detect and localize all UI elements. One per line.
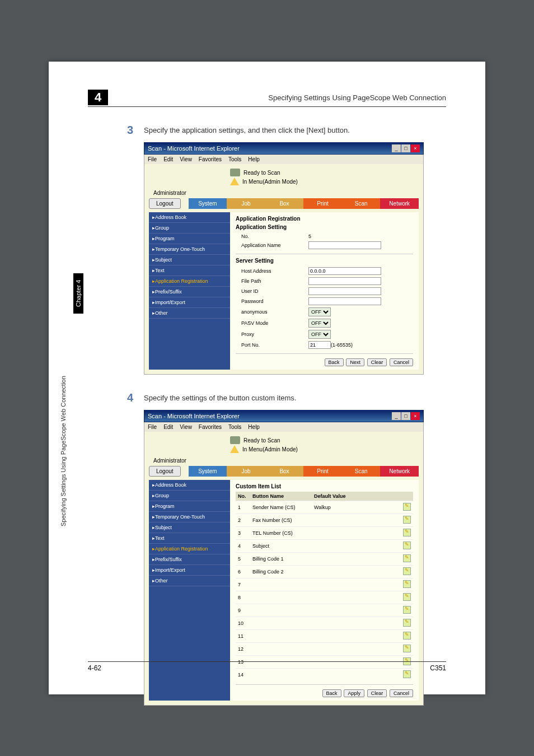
minimize-icon[interactable]: _: [392, 412, 401, 420]
sidebar-item-other[interactable]: ▸Other: [149, 576, 230, 586]
edit-icon[interactable]: [403, 516, 411, 524]
tab-job[interactable]: Job: [227, 466, 265, 477]
sidebar-item-subject[interactable]: ▸Subject: [149, 522, 230, 533]
tab-network[interactable]: Network: [380, 466, 419, 477]
sidebar-item-address-book[interactable]: ▸Address Book: [149, 212, 230, 223]
port-no-input[interactable]: [308, 341, 331, 349]
minimize-icon[interactable]: _: [392, 144, 401, 152]
file-path-input[interactable]: [308, 277, 381, 285]
edit-icon[interactable]: [403, 619, 411, 627]
menu-favorites[interactable]: Favorites: [199, 424, 222, 430]
sidebar-item-temporary-onetouch[interactable]: ▸Temporary One-Touch: [149, 244, 230, 255]
sidebar-item-text[interactable]: ▸Text: [149, 265, 230, 276]
window-title-text: Scan - Microsoft Internet Explorer: [148, 413, 240, 419]
menubar: File Edit View Favorites Tools Help: [144, 155, 424, 164]
printer-icon: [230, 436, 240, 444]
menu-edit[interactable]: Edit: [163, 424, 173, 430]
window-titlebar: Scan - Microsoft Internet Explorer _ □ ×: [144, 410, 424, 422]
table-row: 4Subject: [236, 540, 413, 553]
menu-view[interactable]: View: [180, 156, 192, 162]
tab-system[interactable]: System: [189, 466, 227, 477]
step-number-4: 4: [127, 391, 144, 404]
pasv-mode-select[interactable]: OFF: [308, 319, 331, 328]
heading-application-setting: Application Setting: [236, 224, 413, 230]
sidebar-item-application-registration[interactable]: ▸Application Registration: [149, 544, 230, 554]
sidebar-item-program[interactable]: ▸Program: [149, 501, 230, 512]
footer-page-left: 4-62: [88, 664, 101, 672]
cell-button-name: Fax Number (CS): [250, 514, 312, 527]
edit-icon[interactable]: [403, 503, 411, 511]
edit-icon[interactable]: [403, 593, 411, 601]
sidebar-item-text[interactable]: ▸Text: [149, 533, 230, 544]
side-label-long: Specifying Settings Using PageScope Web …: [60, 376, 67, 526]
sidebar-item-prefix-suffix[interactable]: ▸Prefix/Suffix: [149, 287, 230, 297]
tab-scan[interactable]: Scan: [342, 198, 381, 209]
tab-scan[interactable]: Scan: [342, 466, 381, 477]
tab-print[interactable]: Print: [303, 198, 342, 209]
sidebar-item-application-registration[interactable]: ▸Application Registration: [149, 276, 230, 287]
sidebar-item-temporary-onetouch[interactable]: ▸Temporary One-Touch: [149, 512, 230, 522]
sidebar-item-group[interactable]: ▸Group: [149, 223, 230, 234]
back-button[interactable]: Back: [325, 358, 344, 366]
cell-button-name: TEL Number (CS): [250, 527, 312, 540]
host-address-input[interactable]: [308, 267, 381, 275]
cell-no: 1: [236, 501, 250, 514]
password-input[interactable]: [308, 297, 381, 305]
maximize-icon[interactable]: □: [401, 144, 410, 152]
heading-application-registration: Application Registration: [236, 216, 413, 222]
logout-button[interactable]: Logout: [149, 466, 181, 477]
sidebar-item-import-export[interactable]: ▸Import/Export: [149, 565, 230, 576]
cancel-button[interactable]: Cancel: [390, 689, 413, 697]
tab-box[interactable]: Box: [265, 466, 304, 477]
cell-no: 8: [236, 591, 250, 604]
edit-icon[interactable]: [403, 632, 411, 640]
sidebar-item-program[interactable]: ▸Program: [149, 234, 230, 244]
edit-icon[interactable]: [403, 645, 411, 652]
menu-favorites[interactable]: Favorites: [199, 156, 222, 162]
menu-help[interactable]: Help: [248, 156, 260, 162]
apply-button[interactable]: Apply: [344, 689, 364, 697]
edit-icon[interactable]: [403, 529, 411, 536]
menu-help[interactable]: Help: [248, 424, 260, 430]
menu-edit[interactable]: Edit: [163, 156, 173, 162]
close-icon[interactable]: ×: [411, 144, 420, 152]
edit-icon[interactable]: [403, 580, 411, 588]
clear-button[interactable]: Clear: [367, 358, 387, 366]
maximize-icon[interactable]: □: [401, 412, 410, 420]
cell-default-value: [312, 540, 401, 553]
back-button[interactable]: Back: [322, 689, 341, 697]
cell-no: 5: [236, 553, 250, 566]
heading-server-setting: Server Setting: [236, 258, 413, 264]
edit-icon[interactable]: [403, 542, 411, 549]
anonymous-select[interactable]: OFF: [308, 307, 331, 316]
label-application-name: Application Name: [241, 242, 308, 248]
edit-icon[interactable]: [403, 606, 411, 614]
close-icon[interactable]: ×: [411, 412, 420, 420]
tab-box[interactable]: Box: [265, 198, 304, 209]
menu-file[interactable]: File: [148, 156, 157, 162]
menu-file[interactable]: File: [148, 424, 157, 430]
menu-view[interactable]: View: [180, 424, 192, 430]
step-text-4: Specify the settings of the button custo…: [144, 391, 296, 404]
next-button[interactable]: Next: [346, 358, 364, 366]
tab-system[interactable]: System: [189, 198, 227, 209]
cancel-button[interactable]: Cancel: [390, 358, 413, 366]
logout-button[interactable]: Logout: [149, 198, 181, 209]
tab-network[interactable]: Network: [380, 198, 419, 209]
edit-icon[interactable]: [403, 554, 411, 562]
clear-button[interactable]: Clear: [367, 689, 387, 697]
tab-print[interactable]: Print: [303, 466, 342, 477]
sidebar-item-address-book[interactable]: ▸Address Book: [149, 480, 230, 491]
menu-tools[interactable]: Tools: [228, 424, 241, 430]
menu-tools[interactable]: Tools: [228, 156, 241, 162]
user-id-input[interactable]: [308, 287, 381, 295]
application-name-input[interactable]: [308, 241, 381, 249]
sidebar-item-import-export[interactable]: ▸Import/Export: [149, 297, 230, 308]
tab-job[interactable]: Job: [227, 198, 265, 209]
proxy-select[interactable]: OFF: [308, 330, 331, 339]
edit-icon[interactable]: [403, 567, 411, 575]
sidebar-item-group[interactable]: ▸Group: [149, 491, 230, 501]
sidebar-item-other[interactable]: ▸Other: [149, 308, 230, 319]
sidebar-item-subject[interactable]: ▸Subject: [149, 255, 230, 265]
sidebar-item-prefix-suffix[interactable]: ▸Prefix/Suffix: [149, 554, 230, 565]
